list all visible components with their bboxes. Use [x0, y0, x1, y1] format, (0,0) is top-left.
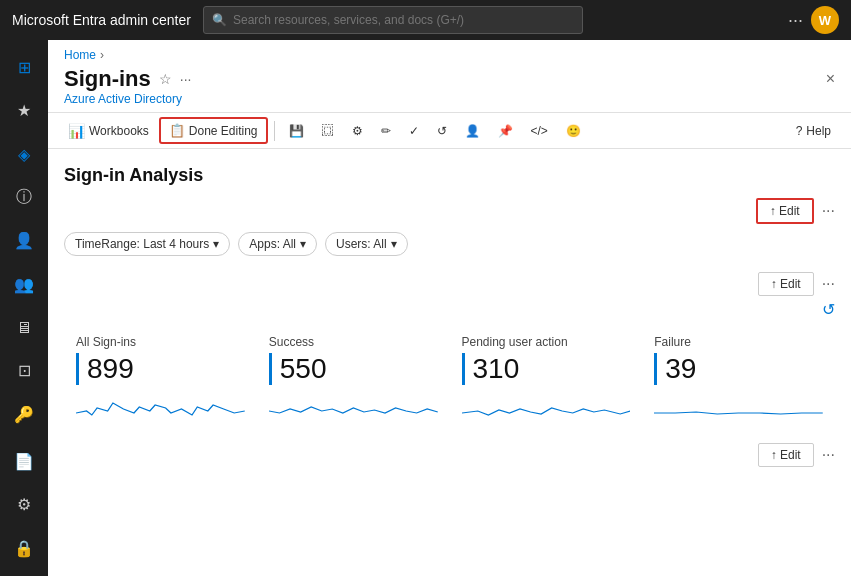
sidebar-item-info[interactable]: ⓘ	[4, 178, 44, 217]
pencil-icon: ✏	[381, 124, 391, 138]
chevron-icon: ✓	[409, 124, 419, 138]
emoji-icon: 🙂	[566, 124, 581, 138]
main-layout: ⊞ ★ ◈ ⓘ 👤 👥 🖥 ⊡ 🔑 📄 ⚙ 🔒 Home › Sign-ins …	[0, 40, 851, 576]
person-button[interactable]: 👤	[457, 120, 488, 142]
second-edit-row: ↑ Edit ···	[64, 272, 835, 296]
refresh-button[interactable]: ↺	[429, 120, 455, 142]
workbooks-icon: 📊	[68, 123, 85, 139]
metric-bar-success	[269, 353, 272, 385]
done-editing-label: Done Editing	[189, 124, 258, 138]
sidebar-item-devices[interactable]: 🖥	[4, 308, 44, 347]
code-icon: </>	[531, 124, 548, 138]
toolbar: 📊 Workbooks 📋 Done Editing 💾 ⿴ ⚙ ✏	[48, 112, 851, 149]
sidebar-item-apps[interactable]: ⊡	[4, 351, 44, 390]
save-button[interactable]: 💾	[281, 120, 312, 142]
done-editing-button[interactable]: 📋 Done Editing	[159, 117, 268, 144]
header-more-icon[interactable]: ···	[180, 71, 192, 87]
clone-button[interactable]: ⿴	[314, 120, 342, 142]
workbooks-button[interactable]: 📊 Workbooks	[60, 119, 157, 143]
pin-icon-toolbar: 📌	[498, 124, 513, 138]
code-button[interactable]: </>	[523, 120, 556, 142]
third-edit-row: ↑ Edit ···	[64, 443, 835, 467]
sidebar: ⊞ ★ ◈ ⓘ 👤 👥 🖥 ⊡ 🔑 📄 ⚙ 🔒	[0, 40, 48, 576]
breadcrumb-separator: ›	[100, 48, 104, 62]
sidebar-item-security[interactable]: 🔒	[4, 529, 44, 568]
metric-success-label: Success	[269, 335, 438, 349]
close-button[interactable]: ×	[826, 70, 835, 88]
sidebar-item-home[interactable]: ⊞	[4, 48, 44, 87]
pin-button[interactable]: 📌	[490, 120, 521, 142]
person-icon: 👤	[465, 124, 480, 138]
help-label: Help	[806, 124, 831, 138]
search-box[interactable]: 🔍	[203, 6, 583, 34]
topbar: Microsoft Entra admin center 🔍 ··· W	[0, 0, 851, 40]
save-icon: 💾	[289, 124, 304, 138]
refresh-chart-icon[interactable]: ↺	[822, 300, 835, 319]
apps-filter-label: Apps: All	[249, 237, 296, 251]
metric-failure-label: Failure	[654, 335, 823, 349]
workbooks-label: Workbooks	[89, 124, 149, 138]
page-header: Sign-ins ☆ ··· ×	[48, 62, 851, 92]
apps-chevron-icon: ▾	[300, 237, 306, 251]
chevron-button[interactable]: ✓	[401, 120, 427, 142]
metric-pending-value: 310	[462, 353, 631, 385]
more-options-icon[interactable]: ···	[788, 10, 803, 31]
metric-success-value: 550	[269, 353, 438, 385]
sidebar-item-settings[interactable]: ⚙	[4, 485, 44, 524]
breadcrumb: Home ›	[48, 40, 851, 62]
timerange-filter-label: TimeRange: Last 4 hours	[75, 237, 209, 251]
refresh-icon-row: ↺	[64, 300, 835, 319]
edit-button-1[interactable]: ↑ Edit	[756, 198, 814, 224]
edit-pencil-button[interactable]: ✏	[373, 120, 399, 142]
metric-failure: Failure 39	[642, 327, 835, 431]
avatar[interactable]: W	[811, 6, 839, 34]
users-chevron-icon: ▾	[391, 237, 397, 251]
clone-icon: ⿴	[322, 124, 334, 138]
sidebar-item-groups[interactable]: 👥	[4, 265, 44, 304]
section-title: Sign-in Analysis	[64, 165, 835, 186]
metric-bar-all	[76, 353, 79, 385]
more-button-1[interactable]: ···	[822, 202, 835, 220]
help-button[interactable]: ? Help	[788, 120, 839, 142]
metrics-row: All Sign-ins 899 Success	[64, 327, 835, 431]
filters-row: TimeRange: Last 4 hours ▾ Apps: All ▾ Us…	[64, 232, 835, 256]
breadcrumb-home[interactable]: Home	[64, 48, 96, 62]
settings-button[interactable]: ⚙	[344, 120, 371, 142]
main-content: Sign-in Analysis ↑ Edit ··· TimeRange: L…	[48, 149, 851, 576]
metric-success-chart	[269, 393, 438, 423]
edit-button-2[interactable]: ↑ Edit	[758, 272, 814, 296]
metric-all-signins: All Sign-ins 899	[64, 327, 257, 431]
metric-success: Success 550	[257, 327, 450, 431]
users-filter[interactable]: Users: All ▾	[325, 232, 408, 256]
settings-icon: ⚙	[352, 124, 363, 138]
pin-icon[interactable]: ☆	[159, 71, 172, 87]
sidebar-item-favorites[interactable]: ★	[4, 91, 44, 130]
apps-filter[interactable]: Apps: All ▾	[238, 232, 317, 256]
topbar-right: ··· W	[788, 6, 839, 34]
toolbar-separator-1	[274, 121, 275, 141]
metric-failure-value: 39	[654, 353, 823, 385]
emoji-button[interactable]: 🙂	[558, 120, 589, 142]
timerange-chevron-icon: ▾	[213, 237, 219, 251]
metric-pending: Pending user action 310	[450, 327, 643, 431]
more-button-3[interactable]: ···	[822, 446, 835, 464]
page-title: Sign-ins	[64, 66, 151, 92]
users-filter-label: Users: All	[336, 237, 387, 251]
metric-pending-chart	[462, 393, 631, 423]
metric-all-signins-value: 899	[76, 353, 245, 385]
page-subtitle: Azure Active Directory	[48, 92, 851, 112]
edit-button-3[interactable]: ↑ Edit	[758, 443, 814, 467]
help-icon: ?	[796, 124, 803, 138]
sidebar-item-users[interactable]: 👤	[4, 221, 44, 260]
first-edit-row: ↑ Edit ···	[64, 198, 835, 224]
sidebar-item-docs[interactable]: 📄	[4, 442, 44, 481]
sidebar-item-identity[interactable]: ◈	[4, 135, 44, 174]
timerange-filter[interactable]: TimeRange: Last 4 hours ▾	[64, 232, 230, 256]
more-button-2[interactable]: ···	[822, 275, 835, 293]
brand-title: Microsoft Entra admin center	[12, 12, 191, 28]
sidebar-item-roles[interactable]: 🔑	[4, 395, 44, 434]
help-group: ? Help	[788, 120, 839, 142]
metric-pending-label: Pending user action	[462, 335, 631, 349]
search-input[interactable]	[233, 13, 574, 27]
done-editing-icon: 📋	[169, 123, 185, 138]
